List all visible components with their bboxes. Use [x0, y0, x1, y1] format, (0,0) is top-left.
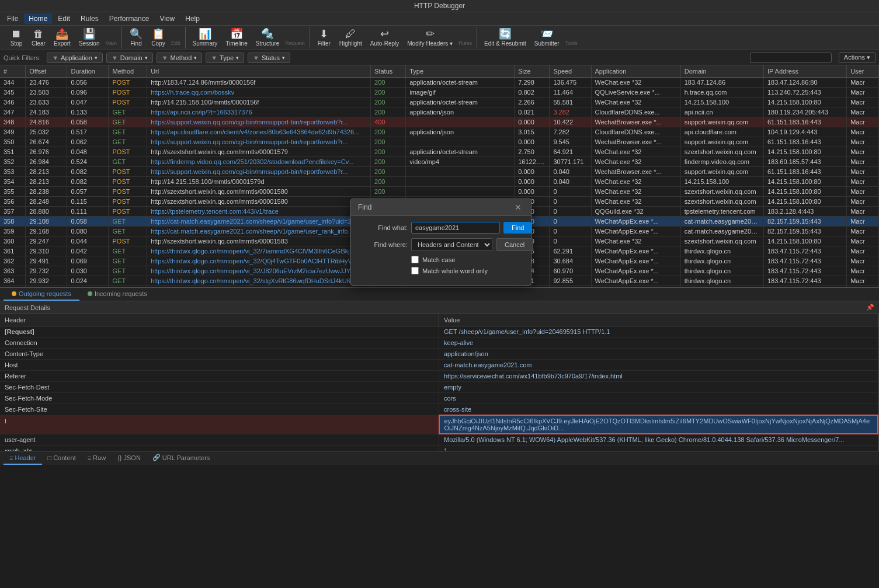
table-row[interactable]: 365 29.934 0.022 GET https://thirdwx.qlo…: [0, 286, 879, 288]
pin-icon: 📌: [866, 304, 874, 311]
cell-speed: 10.422: [550, 117, 591, 127]
cell-offset: 23.476: [26, 78, 67, 88]
table-row[interactable]: 345 23.503 0.096 POST https://h.trace.qq…: [0, 88, 879, 98]
menu-file[interactable]: File: [2, 13, 23, 24]
details-row[interactable]: user-agentMozilla/5.0 (Windows NT 6.1; W…: [0, 434, 878, 446]
cell-size: 0.812: [515, 286, 550, 288]
details-row[interactable]: t 注意是t这 一行 eyJhbGciOiJIUzI1NiIsInR5cCI6I…: [0, 415, 878, 434]
table-row[interactable]: 347 24.183 0.133 GET https://api.ncii.cn…: [0, 107, 879, 117]
filter-button[interactable]: ⬇ Filter: [314, 27, 335, 48]
match-whole-word-checkbox[interactable]: [411, 267, 419, 274]
structure-button[interactable]: 🔩 Structure: [252, 27, 283, 48]
details-row[interactable]: Hostcat-match.easygame2021.com: [0, 360, 878, 371]
cell-duration: 0.133: [67, 107, 109, 117]
filter-application-label: Application: [61, 54, 92, 61]
table-row[interactable]: 346 23.633 0.047 POST http://14.215.158.…: [0, 98, 879, 107]
filter-type[interactable]: ▼ Type ▾: [206, 53, 244, 63]
funnel-icon: ▼: [52, 54, 58, 61]
stop-button[interactable]: ⏹ Stop: [6, 27, 27, 48]
tab-raw[interactable]: ≡ Raw: [82, 452, 112, 465]
cell-ip: 180.119.234.205:443: [763, 107, 846, 117]
cell-method: POST: [109, 88, 147, 98]
clear-button[interactable]: 🗑 Clear: [28, 27, 49, 48]
filter-status[interactable]: ▼ Status ▾: [248, 53, 290, 63]
auto-reply-button[interactable]: ↩ Auto-Reply: [367, 27, 402, 48]
find-button[interactable]: 🔍 Find: [126, 27, 147, 48]
menu-view[interactable]: View: [155, 13, 179, 24]
find-label: Find: [130, 40, 141, 47]
find-button-dialog[interactable]: Find: [503, 222, 532, 234]
cell-app: WeChatAppEx.exe *...: [591, 246, 680, 256]
copy-icon: 📋: [152, 29, 165, 39]
menu-home[interactable]: Home: [24, 13, 52, 24]
export-button[interactable]: 📤 Export: [50, 27, 74, 48]
table-row[interactable]: 354 28.213 0.082 POST http://14.215.158.…: [0, 177, 879, 187]
cell-url: http://szextshort.weixin.qq.com/mmtls/00…: [147, 236, 371, 246]
details-row[interactable]: Sec-Fetch-Sitecross-site: [0, 404, 878, 416]
tab-incoming[interactable]: Incoming requests: [79, 288, 155, 301]
tab-outgoing[interactable]: Outgoing requests: [4, 288, 79, 301]
menu-rules[interactable]: Rules: [76, 13, 103, 24]
cell-duration: 0.042: [67, 246, 109, 256]
actions-button[interactable]: Actions ▾: [839, 52, 875, 63]
match-case-checkbox[interactable]: [411, 256, 419, 263]
edit-resubmit-button[interactable]: 🔄 Edit & Resubmit: [481, 27, 530, 48]
menu-performance[interactable]: Performance: [105, 13, 154, 24]
table-row[interactable]: 355 28.238 0.057 POST http://szextshort.…: [0, 187, 879, 197]
header-key: user-agent: [0, 434, 439, 446]
menu-edit[interactable]: Edit: [53, 13, 75, 24]
details-row[interactable]: Refererhttps://servicewechat.com/wx141bf…: [0, 371, 878, 382]
details-row[interactable]: xweb_xhr1: [0, 446, 878, 451]
filter-method[interactable]: ▼ Method ▾: [157, 53, 203, 63]
menu-help[interactable]: Help: [180, 13, 204, 24]
table-row[interactable]: 351 26.976 0.048 POST http://szextshort.…: [0, 147, 879, 157]
cell-duration: 0.111: [67, 207, 109, 217]
timeline-button[interactable]: 📅 Timeline: [222, 27, 251, 48]
header-value: cross-site: [439, 404, 878, 416]
table-row[interactable]: 353 28.213 0.082 POST https://support.we…: [0, 167, 879, 177]
details-row[interactable]: Sec-Fetch-Destempty: [0, 382, 878, 393]
find-where-select[interactable]: Headers and Content URL Headers only Con…: [411, 238, 492, 251]
details-row[interactable]: Connectionkeep-alive: [0, 338, 878, 349]
tab-json[interactable]: {} JSON: [112, 452, 147, 465]
table-row[interactable]: 348 24.816 0.058 GET https://support.wei…: [0, 117, 879, 127]
summary-button[interactable]: 📊 Summary: [189, 27, 221, 48]
details-row[interactable]: Content-Typeapplication/json: [0, 349, 878, 360]
highlight-icon: 🖊: [345, 29, 356, 39]
table-row[interactable]: 352 26.984 0.524 GET https://findermp.vi…: [0, 157, 879, 167]
submitter-button[interactable]: 📨 Submitter: [531, 27, 563, 48]
highlight-button[interactable]: 🖊 Highlight: [336, 27, 366, 48]
col-header-domain: Domain: [680, 65, 763, 78]
cell-offset: 29.934: [26, 286, 67, 288]
find-what-input[interactable]: [411, 222, 500, 234]
match-whole-word-row: Match whole word only: [411, 267, 524, 274]
search-input[interactable]: [750, 53, 832, 63]
cell-num: 359: [0, 227, 26, 236]
cell-duration: 0.044: [67, 236, 109, 246]
tab-url-params[interactable]: 🔗 URL Parameters: [147, 451, 216, 465]
filter-domain[interactable]: ▼ Domain ▾: [106, 53, 153, 63]
modify-headers-button[interactable]: ✏ Modify Headers ▾: [404, 27, 456, 48]
cell-user: Macr: [847, 137, 879, 147]
find-close-button[interactable]: ✕: [512, 203, 524, 212]
cell-type: image/jpeg: [406, 286, 515, 288]
cell-user: Macr: [847, 197, 879, 207]
cancel-button-dialog[interactable]: Cancel: [496, 238, 533, 251]
table-row[interactable]: 344 23.476 0.056 POST http://183.47.124.…: [0, 78, 879, 88]
cell-speed: 136.475: [550, 78, 591, 88]
find-dialog[interactable]: Find ✕ Find what: Find Find where: Heade…: [350, 199, 531, 286]
filter-application[interactable]: ▼ Application ▾: [47, 53, 103, 63]
table-row[interactable]: 349 25.032 0.517 GET https://api.cloudfl…: [0, 127, 879, 137]
table-row[interactable]: 350 26.674 0.062 GET https://support.wei…: [0, 137, 879, 147]
find-dialog-title: Find ✕: [351, 199, 531, 216]
details-row[interactable]: [Request]GET /sheep/v1/game/user_info?ui…: [0, 326, 878, 338]
tab-content[interactable]: □ Content: [42, 452, 82, 465]
details-row[interactable]: Sec-Fetch-Modecors: [0, 393, 878, 404]
clear-label: Clear: [32, 40, 46, 47]
session-button[interactable]: 💾 Session: [75, 27, 103, 48]
cell-offset: 23.503: [26, 88, 67, 98]
cell-speed: 0: [550, 236, 591, 246]
tab-header[interactable]: ≡ Header: [4, 452, 42, 465]
copy-button[interactable]: 📋 Copy: [148, 27, 169, 48]
cell-ip: 183.2.128.4:443: [763, 207, 846, 217]
